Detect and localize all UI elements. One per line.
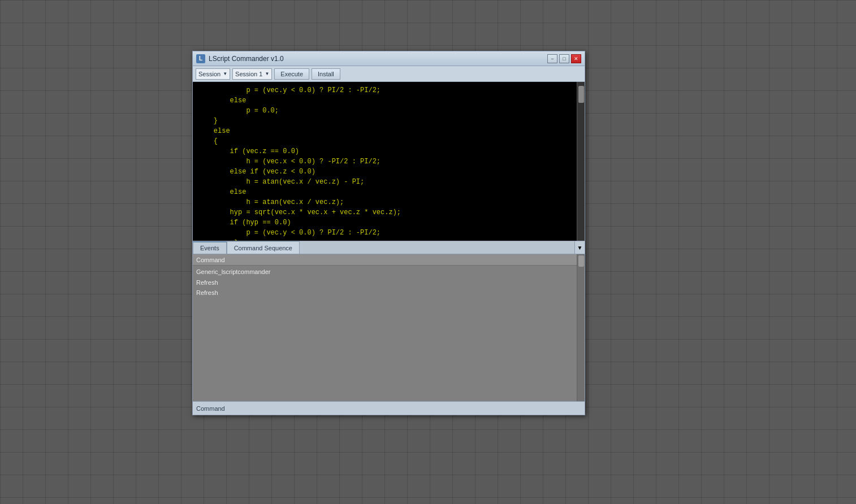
- events-content: Command Generic_lscriptcommanderRefreshR…: [193, 254, 577, 401]
- tab-scroll-arrow[interactable]: ▼: [574, 241, 585, 254]
- title-bar: L LScript Commander v1.0 − □ ✕: [193, 51, 585, 66]
- events-scroll-thumb: [578, 255, 584, 267]
- list-item: Generic_lscriptcommander: [196, 267, 573, 277]
- title-bar-left: L LScript Commander v1.0: [196, 54, 284, 63]
- session-dropdown-arrow: ▼: [223, 71, 227, 76]
- close-button[interactable]: ✕: [571, 54, 581, 63]
- code-scrollbar[interactable]: [577, 82, 585, 241]
- tab-events-label: Events: [200, 245, 219, 251]
- tab-events[interactable]: Events: [193, 241, 227, 254]
- window-title: LScript Commander v1.0: [209, 55, 284, 63]
- list-item: Refresh: [196, 288, 573, 298]
- tab-command-sequence-label: Command Sequence: [234, 245, 292, 251]
- session-dropdown-label: Session: [198, 71, 221, 77]
- session1-dropdown-arrow: ▼: [265, 71, 269, 76]
- tab-command-sequence[interactable]: Command Sequence: [227, 241, 300, 254]
- tabs-bar: Events Command Sequence ▼: [193, 241, 585, 254]
- execute-button[interactable]: Execute: [274, 68, 309, 80]
- code-content[interactable]: p = (vec.y < 0.0) ? PI/2 : -PI/2; else p…: [193, 82, 577, 241]
- window-controls: − □ ✕: [547, 54, 581, 63]
- session1-dropdown[interactable]: Session 1 ▼: [232, 68, 272, 80]
- events-header: Command: [193, 254, 577, 266]
- app-icon: L: [196, 54, 205, 63]
- maximize-button[interactable]: □: [559, 54, 569, 63]
- install-button[interactable]: Install: [312, 68, 340, 80]
- bottom-bar: Command: [193, 401, 585, 415]
- main-window: L LScript Commander v1.0 − □ ✕ Session ▼…: [192, 51, 585, 415]
- code-editor: p = (vec.y < 0.0) ? PI/2 : -PI/2; else p…: [193, 82, 585, 241]
- toolbar: Session ▼ Session 1 ▼ Execute Install: [193, 66, 585, 82]
- events-scrollbar[interactable]: [577, 254, 585, 401]
- session-dropdown[interactable]: Session ▼: [196, 68, 230, 80]
- events-area: Command Generic_lscriptcommanderRefreshR…: [193, 254, 585, 401]
- events-column-header: Command: [196, 257, 225, 263]
- bottom-command-label: Command: [196, 405, 225, 412]
- session1-dropdown-label: Session 1: [235, 71, 262, 77]
- list-item: Refresh: [196, 277, 573, 288]
- events-list: Generic_lscriptcommanderRefreshRefresh: [193, 266, 577, 299]
- code-scrollbar-thumb: [578, 86, 584, 103]
- events-scrollbar-area: Command Generic_lscriptcommanderRefreshR…: [193, 254, 585, 401]
- minimize-button[interactable]: −: [547, 54, 557, 63]
